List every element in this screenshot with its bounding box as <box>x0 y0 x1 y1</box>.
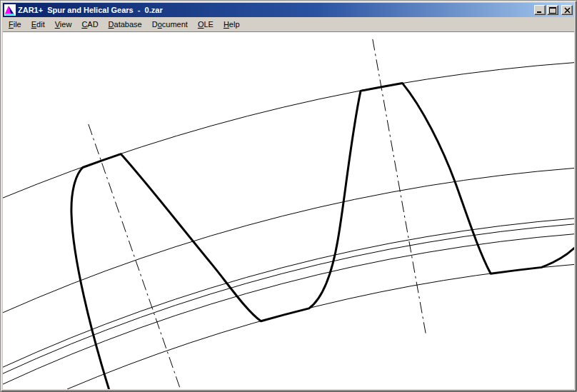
tooth-center-lines <box>89 39 426 389</box>
base-circle-arc-2 <box>3 224 574 373</box>
left-tooth-centerline <box>89 124 181 389</box>
app-window: ZAR1+ Spur and Helical Gears - 0.zar <box>0 0 577 392</box>
menu-item-view[interactable]: View <box>50 18 77 31</box>
window-title: ZAR1+ Spur and Helical Gears - 0.zar <box>18 4 532 16</box>
menu-item-edit[interactable]: Edit <box>26 18 50 31</box>
base-circle-arc-3 <box>3 234 574 384</box>
base-circle-arc-1 <box>3 218 574 367</box>
minimize-icon <box>536 7 543 14</box>
maximize-button[interactable] <box>547 5 558 15</box>
drawing-canvas[interactable] <box>3 31 574 389</box>
menu-item-database[interactable]: Database <box>104 18 147 31</box>
zar-logo-icon[interactable] <box>4 4 16 16</box>
menu-item-ole[interactable]: OLE <box>193 18 219 31</box>
close-button[interactable] <box>561 5 573 15</box>
tooth-profile-outline <box>71 83 574 389</box>
menu-item-file[interactable]: File <box>4 18 26 31</box>
close-icon <box>564 7 571 14</box>
titlebar[interactable]: ZAR1+ Spur and Helical Gears - 0.zar <box>3 3 574 17</box>
maximize-icon <box>549 7 556 14</box>
menu-item-document[interactable]: Document <box>147 18 193 31</box>
gear-drawing <box>3 32 574 389</box>
gear-circle-arcs <box>3 63 574 389</box>
pitch-circle-arc <box>3 168 574 312</box>
window-controls <box>534 5 573 15</box>
minimize-button[interactable] <box>534 5 546 15</box>
menu-item-cad[interactable]: CAD <box>76 18 103 31</box>
tip-circle-arc <box>3 63 574 198</box>
menu-item-help[interactable]: Help <box>219 18 245 31</box>
menubar: File Edit View CAD Database Document OLE… <box>3 17 574 31</box>
